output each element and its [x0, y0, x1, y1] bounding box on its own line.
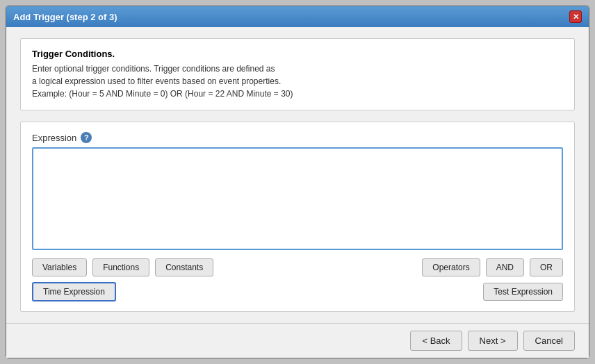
dialog-title: Add Trigger (step 2 of 3)	[13, 12, 117, 22]
back-button[interactable]: < Back	[410, 331, 462, 351]
functions-button[interactable]: Functions	[92, 258, 149, 276]
expression-label: Expression	[32, 133, 76, 143]
trigger-conditions-title: Trigger Conditions.	[32, 49, 563, 59]
help-icon[interactable]: ?	[81, 132, 92, 143]
desc-line1: Enter optional trigger conditions. Trigg…	[32, 64, 275, 74]
desc-line2: a logical expression used to filter even…	[32, 76, 281, 86]
constants-button[interactable]: Constants	[155, 258, 213, 276]
time-expression-button[interactable]: Time Expression	[32, 282, 116, 301]
add-trigger-dialog: Add Trigger (step 2 of 3) ✕ Trigger Cond…	[6, 6, 589, 358]
dialog-body: Trigger Conditions. Enter optional trigg…	[6, 27, 589, 323]
close-button[interactable]: ✕	[569, 10, 582, 23]
desc-line3: Example: (Hour = 5 AND Minute = 0) OR (H…	[32, 89, 293, 99]
cancel-button[interactable]: Cancel	[523, 331, 575, 351]
trigger-conditions-desc: Enter optional trigger conditions. Trigg…	[32, 63, 563, 100]
and-button[interactable]: AND	[486, 258, 524, 276]
or-button[interactable]: OR	[530, 258, 563, 276]
dialog-footer: < Back Next > Cancel	[6, 323, 589, 358]
dialog-titlebar: Add Trigger (step 2 of 3) ✕	[6, 6, 589, 27]
button-rows: Variables Functions Constants Operators …	[32, 258, 563, 301]
trigger-conditions-box: Trigger Conditions. Enter optional trigg…	[20, 38, 575, 110]
button-row-2: Time Expression Test Expression	[32, 282, 563, 301]
operators-button[interactable]: Operators	[422, 258, 480, 276]
expression-label-row: Expression ?	[32, 132, 563, 143]
variables-button[interactable]: Variables	[32, 258, 87, 276]
main-panel: Expression ? Variables Functions Constan…	[20, 122, 575, 312]
expression-textarea[interactable]	[32, 147, 563, 250]
next-button[interactable]: Next >	[468, 331, 518, 351]
test-expression-button[interactable]: Test Expression	[483, 283, 563, 301]
button-row-1: Variables Functions Constants Operators …	[32, 258, 563, 276]
